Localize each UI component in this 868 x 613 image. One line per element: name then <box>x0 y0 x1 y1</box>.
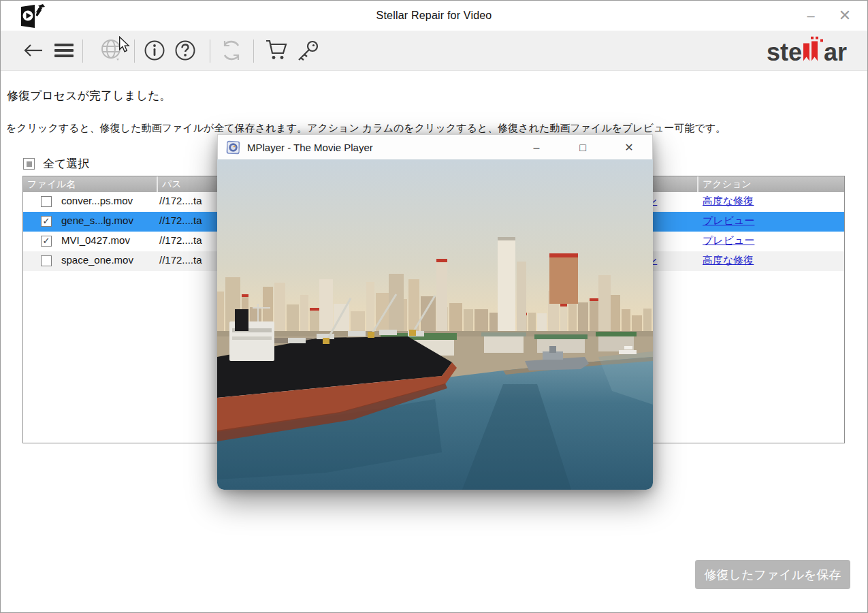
status-heading: 修復プロセスが完了しました。 <box>7 88 172 104</box>
mouse-cursor <box>118 36 130 52</box>
back-icon[interactable] <box>22 42 44 59</box>
help-icon[interactable] <box>174 40 196 61</box>
select-all-label: 全て選択 <box>43 156 89 172</box>
mplayer-title-bar[interactable]: MPlayer - The Movie Player – □ ✕ <box>217 134 653 159</box>
brand-text-post: ar <box>824 40 847 65</box>
file-path: //172....ta <box>159 215 202 226</box>
info-icon[interactable] <box>144 40 165 61</box>
mplayer-maximize-button[interactable]: □ <box>560 135 606 160</box>
toolbar: ste ar <box>1 31 867 71</box>
cart-icon[interactable] <box>265 39 289 62</box>
preview-link[interactable]: プレビュー <box>703 234 754 246</box>
file-name: space_one.mov <box>61 254 133 266</box>
brand-text-pre: ste <box>767 40 802 65</box>
toolbar-separator <box>253 40 254 63</box>
file-path: //172....ta <box>159 195 202 206</box>
refresh-icon[interactable] <box>220 39 243 62</box>
row-checkbox[interactable]: ✓ <box>41 216 52 227</box>
mplayer-minimize-button[interactable]: – <box>513 135 560 160</box>
toolbar-separator <box>210 40 210 63</box>
toolbar-separator <box>134 40 135 63</box>
advanced-repair-link[interactable]: 高度な修復 <box>703 195 754 206</box>
file-path: //172....ta <box>159 254 202 266</box>
file-name: conver...ps.mov <box>61 195 133 206</box>
col-file-name[interactable]: ファイル名 <box>23 176 155 192</box>
select-all[interactable]: 全て選択 <box>23 156 89 172</box>
row-checkbox[interactable] <box>41 255 52 266</box>
file-name: gene_s...lg.mov <box>61 215 133 226</box>
select-all-checkbox[interactable] <box>23 158 35 170</box>
save-repaired-files-button[interactable]: 修復したファイルを保存 <box>695 560 850 589</box>
close-button[interactable]: ✕ <box>829 1 861 31</box>
mplayer-close-button[interactable]: ✕ <box>606 135 652 160</box>
mplayer-window[interactable]: MPlayer - The Movie Player – □ ✕ <box>217 134 653 490</box>
toolbar-separator <box>82 40 83 63</box>
mplayer-window-title: MPlayer - The Movie Player <box>247 142 373 153</box>
col-action[interactable]: アクション <box>698 176 844 192</box>
advanced-repair-link[interactable]: 高度な修復 <box>703 254 754 266</box>
row-checkbox[interactable] <box>41 196 52 207</box>
window-title: Stellar Repair for Video <box>1 1 867 31</box>
stellar-repair-window: Stellar Repair for Video – ✕ <box>0 0 868 613</box>
title-bar: Stellar Repair for Video – ✕ <box>1 1 867 31</box>
menu-icon[interactable] <box>54 42 74 59</box>
file-name: MVI_0427.mov <box>61 234 130 246</box>
stellar-brand-logo: ste ar <box>767 37 847 65</box>
preview-link[interactable]: プレビュー <box>703 215 754 226</box>
instruction-text: をクリックすると、修復した動画ファイルが全て保存されます。アクション カラムのを… <box>6 122 726 135</box>
mplayer-app-icon <box>226 140 240 155</box>
file-path: //172....ta <box>159 234 202 246</box>
minimize-button[interactable]: – <box>795 1 826 31</box>
row-checkbox[interactable]: ✓ <box>41 236 52 247</box>
license-key-icon[interactable] <box>295 40 320 61</box>
video-frame[interactable] <box>217 159 653 490</box>
